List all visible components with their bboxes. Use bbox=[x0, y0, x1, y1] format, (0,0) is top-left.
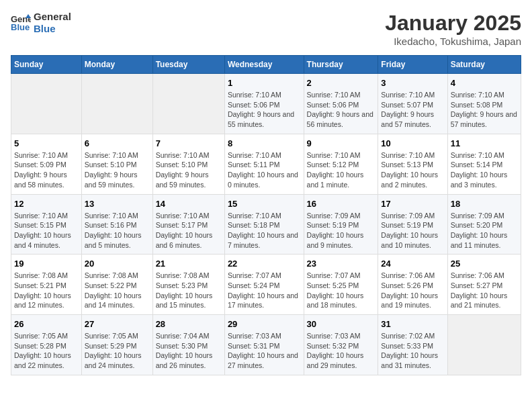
day-number: 28 bbox=[156, 319, 222, 329]
day-number: 29 bbox=[228, 319, 301, 329]
day-number: 10 bbox=[381, 138, 444, 148]
table-row: 21Sunrise: 7:08 AMSunset: 5:23 PMDayligh… bbox=[152, 255, 224, 315]
day-info: Sunrise: 7:06 AMSunset: 5:27 PMDaylight:… bbox=[451, 271, 518, 310]
day-number: 23 bbox=[307, 259, 375, 269]
header-monday: Monday bbox=[81, 56, 152, 74]
table-row: 20Sunrise: 7:08 AMSunset: 5:22 PMDayligh… bbox=[81, 255, 152, 315]
day-number: 14 bbox=[156, 199, 222, 209]
day-info: Sunrise: 7:08 AMSunset: 5:22 PMDaylight:… bbox=[85, 271, 150, 310]
header-thursday: Thursday bbox=[304, 56, 378, 74]
logo: General Blue General Blue bbox=[11, 11, 71, 35]
day-info: Sunrise: 7:10 AMSunset: 5:18 PMDaylight:… bbox=[228, 211, 301, 250]
day-info: Sunrise: 7:10 AMSunset: 5:12 PMDaylight:… bbox=[307, 150, 375, 190]
page-header: General Blue General Blue January 2025 I… bbox=[11, 11, 521, 47]
table-row: 7Sunrise: 7:10 AMSunset: 5:10 PMDaylight… bbox=[152, 134, 224, 194]
day-info: Sunrise: 7:03 AMSunset: 5:32 PMDaylight:… bbox=[307, 331, 375, 371]
table-row: 5Sunrise: 7:10 AMSunset: 5:09 PMDaylight… bbox=[11, 134, 82, 194]
day-info: Sunrise: 7:07 AMSunset: 5:25 PMDaylight:… bbox=[307, 271, 375, 310]
day-info: Sunrise: 7:10 AMSunset: 5:07 PMDaylight:… bbox=[381, 90, 444, 130]
table-row: 24Sunrise: 7:06 AMSunset: 5:26 PMDayligh… bbox=[378, 255, 447, 315]
table-row: 12Sunrise: 7:10 AMSunset: 5:15 PMDayligh… bbox=[11, 194, 82, 255]
day-number: 8 bbox=[228, 138, 301, 148]
table-row: 31Sunrise: 7:02 AMSunset: 5:33 PMDayligh… bbox=[378, 315, 447, 375]
table-row: 30Sunrise: 7:03 AMSunset: 5:32 PMDayligh… bbox=[304, 315, 378, 375]
table-row: 14Sunrise: 7:10 AMSunset: 5:17 PMDayligh… bbox=[152, 194, 224, 255]
table-row: 9Sunrise: 7:10 AMSunset: 5:12 PMDaylight… bbox=[304, 134, 378, 194]
day-info: Sunrise: 7:08 AMSunset: 5:21 PMDaylight:… bbox=[14, 271, 79, 310]
day-info: Sunrise: 7:03 AMSunset: 5:31 PMDaylight:… bbox=[228, 331, 301, 371]
day-number: 31 bbox=[381, 319, 444, 329]
calendar-week-row: 1Sunrise: 7:10 AMSunset: 5:06 PMDaylight… bbox=[11, 74, 521, 134]
logo-line1: General bbox=[34, 11, 71, 23]
calendar-header-row: Sunday Monday Tuesday Wednesday Thursday… bbox=[11, 56, 521, 74]
day-number: 17 bbox=[381, 199, 444, 209]
table-row bbox=[81, 74, 152, 134]
table-row: 28Sunrise: 7:04 AMSunset: 5:30 PMDayligh… bbox=[152, 315, 224, 375]
table-row: 26Sunrise: 7:05 AMSunset: 5:28 PMDayligh… bbox=[11, 315, 82, 375]
table-row: 29Sunrise: 7:03 AMSunset: 5:31 PMDayligh… bbox=[224, 315, 304, 375]
table-row: 13Sunrise: 7:10 AMSunset: 5:16 PMDayligh… bbox=[81, 194, 152, 255]
calendar-table: Sunday Monday Tuesday Wednesday Thursday… bbox=[11, 55, 521, 375]
table-row: 22Sunrise: 7:07 AMSunset: 5:24 PMDayligh… bbox=[224, 255, 304, 315]
day-number: 5 bbox=[14, 138, 79, 148]
day-info: Sunrise: 7:10 AMSunset: 5:13 PMDaylight:… bbox=[381, 150, 444, 190]
day-number: 9 bbox=[307, 138, 375, 148]
day-number: 25 bbox=[451, 259, 518, 269]
day-number: 24 bbox=[381, 259, 444, 269]
logo-line2: Blue bbox=[34, 23, 71, 35]
day-number: 26 bbox=[14, 319, 79, 329]
day-info: Sunrise: 7:08 AMSunset: 5:23 PMDaylight:… bbox=[156, 271, 222, 310]
table-row: 3Sunrise: 7:10 AMSunset: 5:07 PMDaylight… bbox=[378, 74, 447, 134]
day-number: 13 bbox=[85, 199, 150, 209]
day-info: Sunrise: 7:09 AMSunset: 5:19 PMDaylight:… bbox=[307, 211, 375, 250]
table-row bbox=[11, 74, 82, 134]
day-info: Sunrise: 7:10 AMSunset: 5:10 PMDaylight:… bbox=[156, 150, 222, 190]
logo-icon: General Blue bbox=[11, 13, 31, 33]
table-row: 1Sunrise: 7:10 AMSunset: 5:06 PMDaylight… bbox=[224, 74, 304, 134]
day-info: Sunrise: 7:10 AMSunset: 5:16 PMDaylight:… bbox=[85, 211, 150, 250]
table-row: 23Sunrise: 7:07 AMSunset: 5:25 PMDayligh… bbox=[304, 255, 378, 315]
header-friday: Friday bbox=[378, 56, 447, 74]
day-number: 7 bbox=[156, 138, 222, 148]
day-number: 2 bbox=[307, 78, 375, 88]
header-tuesday: Tuesday bbox=[152, 56, 224, 74]
table-row: 6Sunrise: 7:10 AMSunset: 5:10 PMDaylight… bbox=[81, 134, 152, 194]
day-info: Sunrise: 7:10 AMSunset: 5:15 PMDaylight:… bbox=[14, 211, 79, 250]
day-info: Sunrise: 7:07 AMSunset: 5:24 PMDaylight:… bbox=[228, 271, 301, 310]
table-row: 11Sunrise: 7:10 AMSunset: 5:14 PMDayligh… bbox=[447, 134, 521, 194]
table-row: 2Sunrise: 7:10 AMSunset: 5:06 PMDaylight… bbox=[304, 74, 378, 134]
day-info: Sunrise: 7:09 AMSunset: 5:19 PMDaylight:… bbox=[381, 211, 444, 250]
header-sunday: Sunday bbox=[11, 56, 82, 74]
day-number: 30 bbox=[307, 319, 375, 329]
table-row: 25Sunrise: 7:06 AMSunset: 5:27 PMDayligh… bbox=[447, 255, 521, 315]
day-info: Sunrise: 7:10 AMSunset: 5:17 PMDaylight:… bbox=[156, 211, 222, 250]
day-number: 12 bbox=[14, 199, 79, 209]
day-number: 6 bbox=[85, 138, 150, 148]
calendar-title-block: January 2025 Ikedacho, Tokushima, Japan bbox=[385, 11, 521, 47]
day-info: Sunrise: 7:10 AMSunset: 5:06 PMDaylight:… bbox=[307, 90, 375, 130]
day-info: Sunrise: 7:04 AMSunset: 5:30 PMDaylight:… bbox=[156, 331, 222, 371]
day-number: 22 bbox=[228, 259, 301, 269]
day-number: 15 bbox=[228, 199, 301, 209]
day-number: 11 bbox=[451, 138, 518, 148]
day-number: 20 bbox=[85, 259, 150, 269]
calendar-week-row: 26Sunrise: 7:05 AMSunset: 5:28 PMDayligh… bbox=[11, 315, 521, 375]
header-wednesday: Wednesday bbox=[224, 56, 304, 74]
table-row: 16Sunrise: 7:09 AMSunset: 5:19 PMDayligh… bbox=[304, 194, 378, 255]
day-info: Sunrise: 7:10 AMSunset: 5:11 PMDaylight:… bbox=[228, 150, 301, 190]
day-info: Sunrise: 7:10 AMSunset: 5:09 PMDaylight:… bbox=[14, 150, 79, 190]
table-row: 15Sunrise: 7:10 AMSunset: 5:18 PMDayligh… bbox=[224, 194, 304, 255]
day-info: Sunrise: 7:05 AMSunset: 5:29 PMDaylight:… bbox=[85, 331, 150, 371]
day-info: Sunrise: 7:10 AMSunset: 5:06 PMDaylight:… bbox=[228, 90, 301, 130]
day-info: Sunrise: 7:10 AMSunset: 5:08 PMDaylight:… bbox=[451, 90, 518, 130]
day-number: 16 bbox=[307, 199, 375, 209]
day-info: Sunrise: 7:10 AMSunset: 5:10 PMDaylight:… bbox=[85, 150, 150, 190]
table-row: 10Sunrise: 7:10 AMSunset: 5:13 PMDayligh… bbox=[378, 134, 447, 194]
day-number: 27 bbox=[85, 319, 150, 329]
day-info: Sunrise: 7:10 AMSunset: 5:14 PMDaylight:… bbox=[451, 150, 518, 190]
day-info: Sunrise: 7:09 AMSunset: 5:20 PMDaylight:… bbox=[451, 211, 518, 250]
day-number: 3 bbox=[381, 78, 444, 88]
table-row: 4Sunrise: 7:10 AMSunset: 5:08 PMDaylight… bbox=[447, 74, 521, 134]
day-number: 18 bbox=[451, 199, 518, 209]
day-info: Sunrise: 7:05 AMSunset: 5:28 PMDaylight:… bbox=[14, 331, 79, 371]
